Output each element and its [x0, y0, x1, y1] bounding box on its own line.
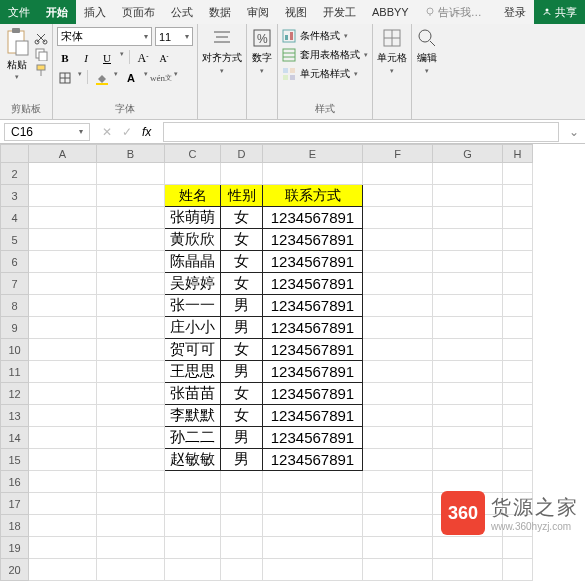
- shrink-font-button[interactable]: Aˇ: [156, 50, 172, 66]
- divider: [129, 50, 130, 64]
- row-header[interactable]: 13: [1, 405, 29, 427]
- row-header[interactable]: 11: [1, 361, 29, 383]
- chevron-down-icon[interactable]: ▾: [144, 70, 148, 86]
- tab-formulas[interactable]: 公式: [163, 0, 201, 24]
- grow-font-button[interactable]: Aˆ: [135, 50, 151, 66]
- divider: [87, 70, 88, 84]
- row-header[interactable]: 20: [1, 559, 29, 581]
- group-clipboard: 粘贴 ▾ 剪贴板: [0, 24, 53, 119]
- row-header[interactable]: 5: [1, 229, 29, 251]
- svg-rect-23: [290, 32, 293, 40]
- copy-icon[interactable]: [34, 47, 48, 61]
- col-F[interactable]: F: [363, 145, 433, 163]
- conditional-formatting[interactable]: 条件格式▾: [282, 27, 368, 45]
- svg-rect-30: [290, 75, 295, 80]
- row-header[interactable]: 2: [1, 163, 29, 185]
- spacer: [391, 103, 394, 119]
- row-header[interactable]: 12: [1, 383, 29, 405]
- group-styles: 条件格式▾ 套用表格格式▾ 单元格样式▾ 样式: [278, 24, 373, 119]
- group-alignment: 对齐方式 ▾: [198, 24, 247, 119]
- formula-input[interactable]: [163, 122, 559, 142]
- row-header[interactable]: 19: [1, 537, 29, 559]
- row-header[interactable]: 17: [1, 493, 29, 515]
- tell-me-label: 告诉我…: [438, 5, 482, 20]
- row-header[interactable]: 16: [1, 471, 29, 493]
- row-19: 19: [1, 537, 533, 559]
- row-header[interactable]: 4: [1, 207, 29, 229]
- svg-rect-15: [96, 83, 108, 85]
- row-header[interactable]: 8: [1, 295, 29, 317]
- font-name-value: 宋体: [61, 29, 83, 44]
- row-header[interactable]: 3: [1, 185, 29, 207]
- chevron-down-icon[interactable]: ▾: [114, 70, 118, 86]
- chevron-down-icon[interactable]: ▾: [78, 70, 82, 86]
- paste-icon: [4, 27, 30, 57]
- col-E[interactable]: E: [263, 145, 363, 163]
- select-all-corner[interactable]: [1, 145, 29, 163]
- alignment-button[interactable]: 对齐方式 ▾: [202, 27, 242, 75]
- tab-developer[interactable]: 开发工: [315, 0, 364, 24]
- chevron-down-icon[interactable]: ▾: [174, 70, 178, 86]
- cut-icon[interactable]: [34, 31, 48, 45]
- col-A[interactable]: A: [29, 145, 97, 163]
- format-painter-icon[interactable]: [34, 63, 48, 77]
- underline-button[interactable]: U: [99, 50, 115, 66]
- row-header[interactable]: 10: [1, 339, 29, 361]
- svg-text:%: %: [257, 32, 268, 46]
- cells-label: 单元格: [377, 51, 407, 65]
- font-size-value: 11: [159, 31, 171, 43]
- format-as-table[interactable]: 套用表格格式▾: [282, 46, 368, 64]
- share-button[interactable]: 共享: [534, 0, 585, 24]
- cell-styles[interactable]: 单元格样式▾: [282, 65, 368, 83]
- row-9: 9庄小小男1234567891: [1, 317, 533, 339]
- editing-button[interactable]: 编辑 ▾: [416, 27, 438, 75]
- svg-rect-5: [16, 41, 28, 55]
- tab-home[interactable]: 开始: [38, 0, 76, 24]
- ribbon: 粘贴 ▾ 剪贴板 宋体▾ 11▾ B I U ▾ Aˆ A: [0, 24, 585, 120]
- col-H[interactable]: H: [503, 145, 533, 163]
- tab-data[interactable]: 数据: [201, 0, 239, 24]
- group-editing: 编辑 ▾: [412, 24, 442, 119]
- row-header[interactable]: 14: [1, 427, 29, 449]
- italic-button[interactable]: I: [78, 50, 94, 66]
- font-name-select[interactable]: 宋体▾: [57, 27, 152, 46]
- name-box[interactable]: C16▾: [4, 123, 90, 141]
- tab-review[interactable]: 审阅: [239, 0, 277, 24]
- row-header[interactable]: 15: [1, 449, 29, 471]
- row-4: 4张萌萌女1234567891: [1, 207, 533, 229]
- row-header[interactable]: 7: [1, 273, 29, 295]
- enter-formula-icon[interactable]: ✓: [122, 125, 132, 139]
- chevron-down-icon[interactable]: ▾: [120, 50, 124, 66]
- login-link[interactable]: 登录: [496, 0, 534, 24]
- bold-button[interactable]: B: [57, 50, 73, 66]
- fx-icon[interactable]: fx: [142, 125, 151, 139]
- font-color-button[interactable]: A: [123, 70, 139, 86]
- font-size-select[interactable]: 11▾: [155, 27, 193, 46]
- cancel-formula-icon[interactable]: ✕: [102, 125, 112, 139]
- col-G[interactable]: G: [433, 145, 503, 163]
- col-D[interactable]: D: [221, 145, 263, 163]
- tab-abbyy[interactable]: ABBYY: [364, 0, 417, 24]
- col-B[interactable]: B: [97, 145, 165, 163]
- cells-button[interactable]: 单元格 ▾: [377, 27, 407, 75]
- row-header[interactable]: 6: [1, 251, 29, 273]
- col-C[interactable]: C: [165, 145, 221, 163]
- expand-formula-icon[interactable]: ⌄: [563, 125, 585, 139]
- row-header[interactable]: 9: [1, 317, 29, 339]
- group-font: 宋体▾ 11▾ B I U ▾ Aˆ Aˇ ▾ ▾ A ▾ wén文: [53, 24, 198, 119]
- tab-file[interactable]: 文件: [0, 0, 38, 24]
- share-label: 共享: [555, 5, 577, 20]
- tab-insert[interactable]: 插入: [76, 0, 114, 24]
- border-button[interactable]: [57, 70, 73, 86]
- fill-color-button[interactable]: [93, 70, 109, 86]
- group-number: % 数字 ▾: [247, 24, 278, 119]
- row-header[interactable]: 18: [1, 515, 29, 537]
- phonetic-button[interactable]: wén文: [153, 70, 169, 86]
- tab-view[interactable]: 视图: [277, 0, 315, 24]
- tab-page-layout[interactable]: 页面布: [114, 0, 163, 24]
- worksheet-grid[interactable]: A B C D E F G H 23姓名性别联系方式4张萌萌女123456789…: [0, 144, 585, 585]
- number-format-button[interactable]: % 数字 ▾: [251, 27, 273, 75]
- row-13: 13李默默女1234567891: [1, 405, 533, 427]
- paste-button[interactable]: 粘贴 ▾: [4, 27, 30, 81]
- tell-me[interactable]: 告诉我…: [417, 0, 490, 24]
